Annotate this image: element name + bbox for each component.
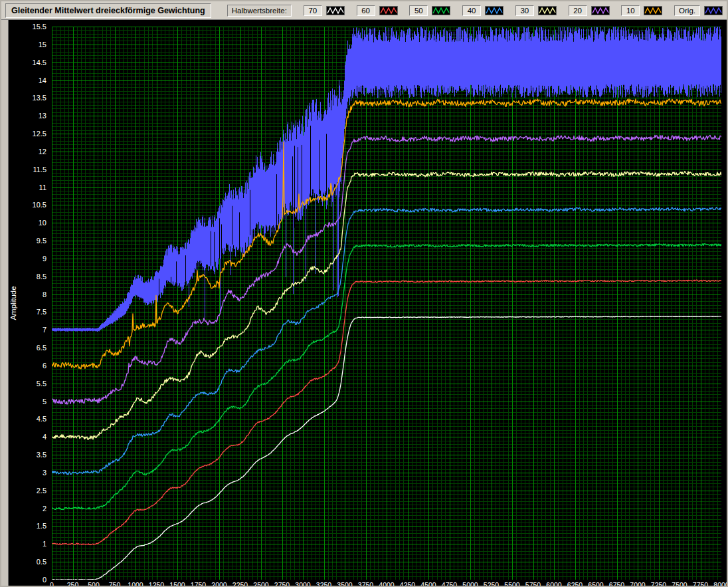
y-tick-label: 9 xyxy=(7,255,46,263)
y-tick-label: 10.5 xyxy=(7,201,46,209)
legend-item-label: 40 xyxy=(462,5,481,16)
legend-item-label: 60 xyxy=(357,5,375,16)
y-tick-label: 8 xyxy=(7,291,46,298)
waveform-icon[interactable] xyxy=(538,6,557,15)
y-tick-label: 4 xyxy=(7,433,46,441)
y-tick-label: 2.5 xyxy=(7,487,46,495)
legend-item-label: 10 xyxy=(621,5,640,16)
legend-item-label: Orig. xyxy=(674,5,700,16)
y-tick-label: 5 xyxy=(7,398,46,406)
legend-item-orig[interactable]: Orig. xyxy=(674,5,723,16)
y-tick-label: 10 xyxy=(7,219,46,227)
legend-item-70[interactable]: 70 xyxy=(304,5,345,16)
legend-item-20[interactable]: 20 xyxy=(569,5,610,16)
y-tick-label: 14.5 xyxy=(7,59,46,66)
legend-items: 70605040302010Orig. xyxy=(304,5,723,16)
waveform-icon[interactable] xyxy=(704,6,723,15)
legend-item-10[interactable]: 10 xyxy=(621,5,662,16)
y-tick-label: 2 xyxy=(7,505,46,513)
y-tick-label: 3.5 xyxy=(7,451,46,459)
y-tick-label: 6.5 xyxy=(7,344,46,352)
app-window: Gleitender Mittelwert dreieckförmige Gew… xyxy=(0,0,728,587)
waveform-icon[interactable] xyxy=(326,6,345,15)
legend-item-30[interactable]: 30 xyxy=(515,5,557,16)
y-tick-label: 0.5 xyxy=(7,558,46,566)
y-tick-label: 7.5 xyxy=(7,308,46,316)
chart-region: Amplitude 00.511.522.533.544.555.566.577… xyxy=(1,20,727,586)
y-tick-label: 11.5 xyxy=(7,166,46,174)
y-tick-label: 5.5 xyxy=(7,380,46,388)
y-tick-label: 4.5 xyxy=(7,415,46,423)
waveform-icon[interactable] xyxy=(644,6,662,15)
y-tick-label: 1.5 xyxy=(7,522,46,530)
x-tick-label: 8000 xyxy=(705,581,728,587)
waveform-icon[interactable] xyxy=(379,6,398,15)
waveform-icon[interactable] xyxy=(432,6,450,15)
y-tick-label: 1 xyxy=(7,540,46,548)
y-tick-label: 12.5 xyxy=(7,130,46,138)
legend-item-label: 70 xyxy=(304,5,322,16)
y-tick-label: 6 xyxy=(7,362,46,370)
y-tick-label: 9.5 xyxy=(7,237,46,245)
waveform-icon[interactable] xyxy=(591,6,610,15)
y-tick-label: 15 xyxy=(7,41,46,49)
legend-item-label: 20 xyxy=(569,5,587,16)
y-axis-labels: 00.511.522.533.544.555.566.577.588.599.5… xyxy=(1,27,49,580)
y-tick-label: 8.5 xyxy=(7,273,46,281)
x-axis-labels: 0250500750100012501500175020002250250027… xyxy=(52,581,721,587)
legend-item-40[interactable]: 40 xyxy=(462,5,503,16)
y-tick-label: 13 xyxy=(7,112,46,120)
header-bar: Gleitender Mittelwert dreieckförmige Gew… xyxy=(1,1,727,20)
y-tick-label: 14 xyxy=(7,76,46,84)
legend-item-60[interactable]: 60 xyxy=(357,5,398,16)
y-tick-label: 3 xyxy=(7,469,46,477)
y-tick-label: 7 xyxy=(7,326,46,334)
legend-item-50[interactable]: 50 xyxy=(409,5,450,16)
y-tick-label: 15.5 xyxy=(7,23,46,31)
chart-canvas xyxy=(52,27,721,580)
legend-item-label: 50 xyxy=(409,5,428,16)
waveform-icon[interactable] xyxy=(485,6,503,15)
page-title: Gleitender Mittelwert dreieckförmige Gew… xyxy=(5,3,211,18)
y-tick-label: 11 xyxy=(7,183,46,191)
legend-label: Halbwertsbreite: xyxy=(227,5,292,17)
legend-item-label: 30 xyxy=(515,5,534,16)
y-tick-label: 13.5 xyxy=(7,94,46,102)
y-tick-label: 12 xyxy=(7,148,46,156)
